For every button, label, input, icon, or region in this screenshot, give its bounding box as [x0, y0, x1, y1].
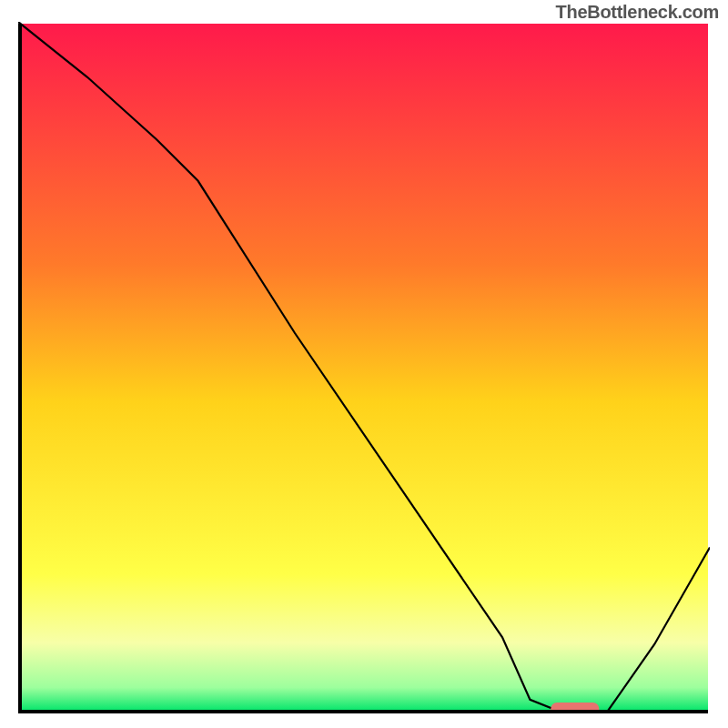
chart-frame	[18, 22, 710, 713]
chart-svg	[18, 22, 710, 713]
attribution-text: TheBottleneck.com	[556, 2, 719, 23]
chart-stage: TheBottleneck.com	[0, 0, 728, 728]
plot-background	[20, 24, 708, 712]
